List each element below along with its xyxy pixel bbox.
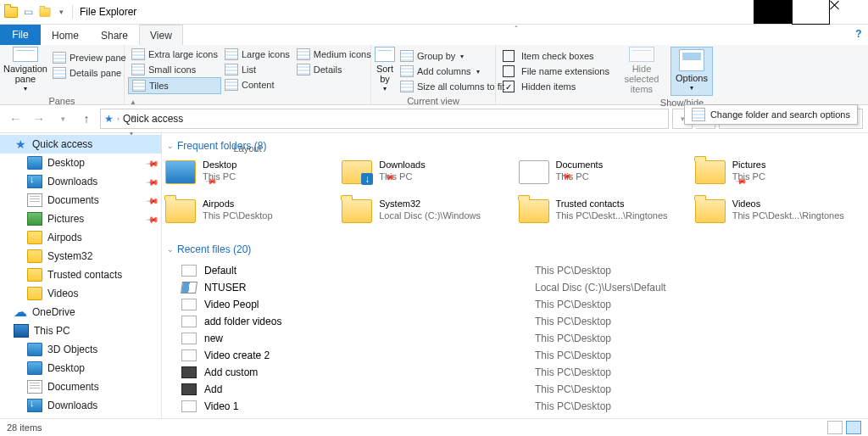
tab-share[interactable]: Share — [90, 25, 139, 45]
group-by-button[interactable]: Group by▾ — [397, 48, 508, 64]
tile-name: Videos — [732, 198, 844, 210]
navigation-pane-icon — [13, 47, 38, 62]
nav-item-onedrive[interactable]: ☁OneDrive — [0, 303, 161, 321]
folder-icon — [695, 159, 726, 186]
layout-scroll-up-icon[interactable]: ▲ — [130, 98, 136, 106]
recent-file-row[interactable]: DefaultThis PC\Desktop — [165, 262, 865, 279]
qat-properties-icon[interactable]: ▭ — [20, 4, 36, 20]
nav-item-documents[interactable]: Documents — [0, 377, 161, 396]
layout-small[interactable]: Small icons — [128, 62, 221, 77]
close-button[interactable] — [830, 0, 868, 24]
nav-item-trusted-contacts[interactable]: Trusted contacts — [0, 266, 161, 284]
tile-airpods[interactable]: AirpodsThis PC\Desktop — [165, 198, 335, 232]
hidden-items-toggle[interactable]: ✓Hidden items — [499, 79, 613, 94]
view-details-button[interactable] — [827, 421, 843, 434]
current-view-group-label: Current view — [371, 96, 495, 108]
recent-file-name: new — [204, 333, 535, 344]
qat-new-folder-icon[interactable] — [37, 4, 53, 20]
recent-file-name: Video create 2 — [204, 349, 535, 361]
tile-location: This PC\Desktop — [203, 210, 273, 221]
layout-list[interactable]: List — [221, 62, 293, 77]
recent-file-location: This PC\Desktop — [535, 316, 611, 327]
sort-by-button[interactable]: Sort by▾ — [375, 47, 395, 94]
nav-back-button[interactable]: ← — [5, 109, 25, 129]
options-tip-text: Change folder and search options — [710, 109, 850, 120]
tile-trusted-contacts[interactable]: Trusted contactsThis PC\Deskt...\Rington… — [519, 198, 688, 232]
pc-icon — [14, 324, 29, 338]
nav-item-airpods[interactable]: Airpods — [0, 228, 161, 247]
recent-file-row[interactable]: Video create 2This PC\Desktop — [165, 347, 865, 364]
tile-pictures[interactable]: PicturesThis PC📌 — [695, 159, 865, 193]
details-pane-button[interactable]: Details pane — [49, 65, 130, 81]
nav-forward-button[interactable]: → — [29, 109, 49, 129]
nav-item-desktop[interactable]: Desktop📌 — [0, 154, 161, 172]
layout-medium[interactable]: Medium icons — [293, 47, 375, 62]
tile-documents[interactable]: DocumentsThis PC📌 — [519, 159, 688, 193]
tab-home[interactable]: Home — [41, 25, 90, 45]
tile-desktop[interactable]: DesktopThis PC📌 — [165, 159, 335, 193]
nav-item-3d-objects[interactable]: 3D Objects — [0, 340, 161, 359]
file-icon — [181, 264, 198, 277]
layout-scroll-down-icon[interactable]: ▼ — [130, 114, 136, 121]
nav-item-system32[interactable]: System32 — [0, 247, 161, 266]
file-icon — [181, 400, 198, 413]
layout-details[interactable]: Details — [293, 62, 375, 77]
recent-file-row[interactable]: AddThis PC\Desktop — [165, 381, 865, 398]
tile-system32[interactable]: System32Local Disc (C:)\Windows — [342, 198, 511, 232]
nav-item-downloads[interactable]: Downloads — [0, 396, 161, 415]
folder-icon — [165, 198, 196, 225]
nav-item-pictures[interactable]: Pictures📌 — [0, 210, 161, 228]
desk-icon — [27, 343, 42, 356]
options-button[interactable]: ✔ Options▾ — [670, 47, 713, 96]
layout-extra-large[interactable]: Extra large icons — [128, 47, 221, 62]
tile-downloads[interactable]: DownloadsThis PC📌 — [342, 159, 511, 193]
recent-file-row[interactable]: Video 1This PC\Desktop — [165, 398, 865, 415]
recent-files-header[interactable]: ⌄Recent files (20) — [167, 243, 865, 255]
layout-large[interactable]: Large icons — [221, 47, 293, 62]
doc-icon — [27, 380, 42, 394]
view-tiles-button[interactable] — [846, 421, 861, 434]
titlebar: ▭ ▾ File Explorer — [0, 0, 868, 25]
checkbox-icon — [503, 50, 515, 62]
navigation-pane-button[interactable]: Navigation pane▾ — [3, 47, 47, 94]
navigation-pane[interactable]: ★Quick accessDesktop📌Downloads📌Documents… — [0, 131, 162, 419]
recent-file-row[interactable]: NTUSERLocal Disc (C:)\Users\Default — [165, 279, 865, 296]
tab-file[interactable]: File — [0, 25, 41, 45]
nav-item-documents[interactable]: Documents📌 — [0, 191, 161, 210]
recent-file-row[interactable]: Add customThis PC\Desktop — [165, 364, 865, 381]
tab-view[interactable]: View — [139, 25, 183, 45]
nav-item-quick-access[interactable]: ★Quick access — [0, 135, 161, 154]
recent-file-row[interactable]: add folder videosThis PC\Desktop — [165, 313, 865, 330]
nav-item-this-pc[interactable]: This PC — [0, 321, 161, 340]
nav-up-button[interactable]: ↑ — [76, 109, 97, 129]
size-columns-button[interactable]: Size all columns to fit — [397, 79, 508, 94]
minimize-button[interactable] — [754, 0, 792, 24]
folder-icon — [27, 287, 42, 300]
tile-location: This PC\Deskt...\Ringtones — [556, 210, 668, 221]
tile-videos[interactable]: VideosThis PC\Deskt...\Ringtones — [695, 198, 865, 232]
nav-history-button[interactable]: ▾ — [53, 109, 73, 129]
layout-tiles[interactable]: Tiles — [128, 77, 221, 94]
ribbon-collapse-icon[interactable]: ˆ — [509, 25, 522, 45]
recent-file-row[interactable]: newThis PC\Desktop — [165, 330, 865, 347]
item-checkboxes-toggle[interactable]: Item check boxes — [499, 48, 613, 64]
nav-item-downloads[interactable]: Downloads📌 — [0, 172, 161, 191]
help-icon[interactable]: ? — [849, 25, 868, 43]
recent-file-name: add folder videos — [204, 316, 535, 327]
file-extensions-toggle[interactable]: File name extensions — [499, 64, 613, 79]
content-pane[interactable]: ⌄Frequent folders (8) DesktopThis PC📌Dow… — [162, 131, 868, 419]
panes-group-label: Panes — [0, 96, 124, 108]
window-title: File Explorer — [80, 6, 136, 18]
qat-customize-icon[interactable]: ▾ — [54, 8, 69, 16]
frequent-folders-header[interactable]: ⌄Frequent folders (8) — [167, 140, 865, 152]
nav-item-videos[interactable]: Videos — [0, 284, 161, 303]
preview-pane-button[interactable]: Preview pane — [49, 50, 130, 65]
add-columns-button[interactable]: Add columns▾ — [397, 64, 508, 79]
maximize-button[interactable] — [792, 0, 830, 24]
layout-content[interactable]: Content — [221, 77, 293, 92]
preview-pane-icon — [53, 52, 66, 64]
hide-selected-button[interactable]: Hide selected items — [615, 47, 669, 94]
recent-file-row[interactable]: Video PeoplThis PC\Desktop — [165, 296, 865, 313]
nav-item-desktop[interactable]: Desktop — [0, 359, 161, 377]
tile-name: Airpods — [203, 198, 273, 210]
